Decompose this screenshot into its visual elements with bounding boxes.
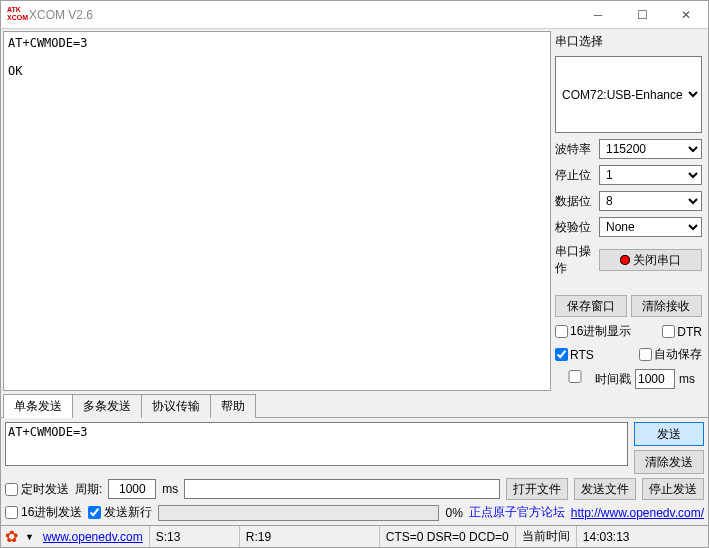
tab-multi-send[interactable]: 多条发送 [72, 394, 142, 418]
forum-link[interactable]: http://www.openedv.com/ [571, 506, 704, 520]
send-button[interactable]: 发送 [634, 422, 704, 446]
port-select[interactable]: COM72:USB-Enhanced-SE [555, 56, 702, 133]
open-file-button[interactable]: 打开文件 [506, 478, 568, 500]
stop-send-button[interactable]: 停止发送 [642, 478, 704, 500]
save-window-button[interactable]: 保存窗口 [555, 295, 627, 317]
serial-settings-panel: 串口选择 COM72:USB-Enhanced-SE 波特率115200 停止位… [553, 29, 708, 393]
op-label: 串口操作 [555, 243, 595, 277]
baud-label: 波特率 [555, 141, 595, 158]
data-select[interactable]: 8 [599, 191, 702, 211]
close-button[interactable]: ✕ [664, 1, 708, 29]
forum-text: 正点原子官方论坛 [469, 504, 565, 521]
toggle-port-button[interactable]: 关闭串口 [599, 249, 702, 271]
clear-receive-button[interactable]: 清除接收 [631, 295, 703, 317]
tab-single-send[interactable]: 单条发送 [3, 394, 73, 418]
status-bar: ✿ ▼ www.openedv.com S:13 R:19 CTS=0 DSR=… [1, 525, 708, 547]
minimize-button[interactable]: ─ [576, 1, 620, 29]
window-title: XCOM V2.6 [29, 8, 576, 22]
sent-count: S:13 [150, 526, 240, 547]
time-value: 14:03:13 [577, 526, 636, 547]
settings-icon[interactable]: ✿ [1, 527, 22, 546]
app-logo: ATK XCOM [7, 6, 25, 24]
file-path-input[interactable] [184, 479, 500, 499]
stop-label: 停止位 [555, 167, 595, 184]
time-label: 当前时间 [516, 526, 577, 547]
send-file-button[interactable]: 发送文件 [574, 478, 636, 500]
tab-help[interactable]: 帮助 [210, 394, 256, 418]
data-label: 数据位 [555, 193, 595, 210]
timestamp-interval-input[interactable] [635, 369, 675, 389]
timed-send-checkbox[interactable]: 定时发送 [5, 481, 69, 498]
period-input[interactable] [108, 479, 156, 499]
dtr-checkbox[interactable]: DTR [662, 325, 702, 339]
period-unit: ms [162, 482, 178, 496]
tx-panel: AT+CWMODE=3 发送 清除发送 定时发送 周期: ms 打开文件 发送文… [1, 418, 708, 525]
period-label: 周期: [75, 481, 102, 498]
progress-text: 0% [445, 506, 462, 520]
baud-select[interactable]: 115200 [599, 139, 702, 159]
hex-send-checkbox[interactable]: 16进制发送 [5, 504, 82, 521]
hex-display-checkbox[interactable]: 16进制显示 [555, 323, 631, 340]
settings-dropdown-icon[interactable]: ▼ [22, 532, 37, 542]
send-textarea[interactable]: AT+CWMODE=3 [5, 422, 628, 466]
timestamp-checkbox[interactable]: 时间戳 [555, 370, 631, 388]
receive-textarea[interactable]: AT+CWMODE=3 OK [3, 31, 551, 391]
maximize-button[interactable]: ☐ [620, 1, 664, 29]
stop-select[interactable]: 1 [599, 165, 702, 185]
ms-unit: ms [679, 372, 695, 386]
clear-send-button[interactable]: 清除发送 [634, 450, 704, 474]
port-label: 串口选择 [555, 33, 702, 50]
recv-count: R:19 [240, 526, 380, 547]
website-link[interactable]: www.openedv.com [37, 526, 150, 547]
rts-checkbox[interactable]: RTS [555, 348, 594, 362]
titlebar: ATK XCOM XCOM V2.6 ─ ☐ ✕ [1, 1, 708, 29]
parity-select[interactable]: None [599, 217, 702, 237]
progress-bar [158, 505, 439, 521]
send-newline-checkbox[interactable]: 发送新行 [88, 504, 152, 521]
parity-label: 校验位 [555, 219, 595, 236]
port-status-icon [620, 255, 630, 265]
autosave-checkbox[interactable]: 自动保存 [639, 346, 702, 363]
line-status: CTS=0 DSR=0 DCD=0 [380, 526, 516, 547]
tx-tabs: 单条发送 多条发送 协议传输 帮助 [1, 393, 708, 418]
tab-protocol[interactable]: 协议传输 [141, 394, 211, 418]
